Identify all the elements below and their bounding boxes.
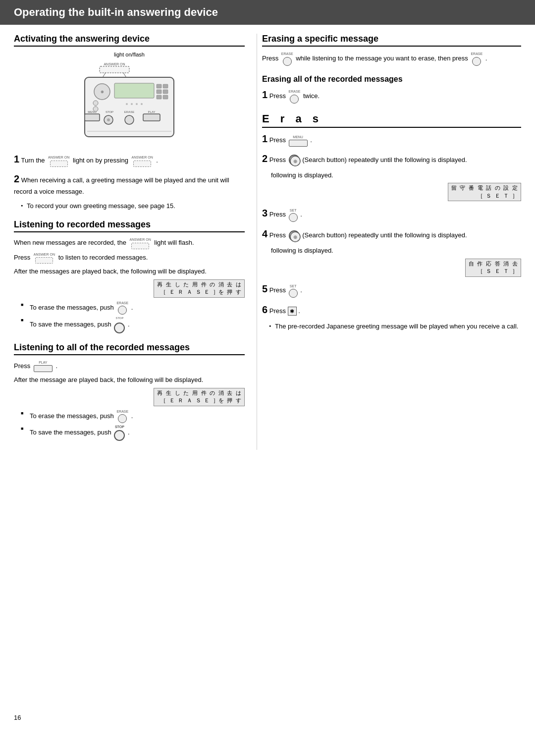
svg-rect-12 <box>157 95 161 99</box>
step1-activating: 1 Turn the ANSWER ON light on by pressin… <box>14 151 245 167</box>
answer-on-button-s1 <box>50 161 68 167</box>
eras-step5: 5 Press SET . <box>262 281 521 298</box>
svg-point-26 <box>131 103 133 105</box>
eras-bullet1: The pre-recorded Japanese greeting messa… <box>269 322 521 331</box>
svg-text:ANSWER ON: ANSWER ON <box>104 62 125 66</box>
svg-point-23 <box>93 101 98 106</box>
diagram-area: light on/flash ANSWER ON ⊕ <box>14 52 245 146</box>
eras-step1: 1 Press MENU . <box>262 131 521 147</box>
erasing-specific-heading: Erasing a specific message <box>262 34 521 47</box>
section-listening-all: Listening to all of the recorded message… <box>14 342 245 441</box>
listening-all-heading: Listening to all of the recorded message… <box>14 342 245 355</box>
phone-diagram: ANSWER ON ⊕ <box>75 59 184 146</box>
play-label: PLAY <box>39 360 47 366</box>
listening-press: Press ANSWER ON to listen to recorded me… <box>14 252 245 264</box>
activating-heading: Activating the answering device <box>14 34 245 47</box>
answer-on-button-l2 <box>35 257 53 264</box>
svg-text:⊕: ⊕ <box>293 234 297 240</box>
svg-point-27 <box>136 103 138 105</box>
svg-point-20 <box>125 115 134 124</box>
eras-step2: 2 Press ⊕ (Search button) repeatedly unt… <box>262 151 521 166</box>
step2-activating: 2 When receiving a call, a greeting mess… <box>14 171 245 197</box>
eras-following2: following is displayed. <box>271 246 521 256</box>
svg-text:PLAY: PLAY <box>148 110 156 113</box>
section-activating: Activating the answering device light on… <box>14 34 245 211</box>
erasing-all-heading: Erasing all of the recorded messages <box>262 75 521 84</box>
svg-rect-9 <box>163 84 168 88</box>
svg-point-25 <box>126 103 128 105</box>
erase-btn-specific <box>283 57 292 66</box>
activating-bullets: To record your own greeting message, see… <box>14 201 245 211</box>
set-btn-step5 <box>289 289 298 298</box>
left-column: Activating the answering device light on… <box>14 34 257 450</box>
page-title: Operating the built-in answering device <box>14 6 218 18</box>
answer-on-button-s1b <box>133 161 151 167</box>
eras-bullets: The pre-recorded Japanese greeting messa… <box>262 322 521 331</box>
erase-btn-all-sq1 <box>118 414 127 423</box>
light-label: light on/flash <box>114 52 145 57</box>
step2-text: When receiving a call, a greeting messag… <box>14 176 229 195</box>
stop-btn-all-sq2 <box>114 430 125 441</box>
svg-rect-8 <box>157 84 161 88</box>
step1-turn: Turn the <box>21 157 45 164</box>
erasing-specific-text: Press ERASE while listening to the messa… <box>262 52 521 66</box>
svg-text:⊕: ⊕ <box>101 90 104 94</box>
svg-rect-1 <box>100 66 129 73</box>
listening-all-display: 再 生 し た 用 件 の 消 去 は ［ Ｅ Ｒ Ａ Ｓ Ｅ ］を 押 す <box>14 388 245 406</box>
activating-bullet1: To record your own greeting message, see… <box>21 201 245 211</box>
svg-point-24 <box>93 107 98 111</box>
listening-all-squares: To erase the messages, push ERASE . To s… <box>14 409 245 441</box>
search-nav-icon: ⊕ <box>290 156 301 166</box>
nav-btn-step4: ⊕ <box>289 230 300 241</box>
listening-sq1: To erase the messages, push ERASE . <box>21 301 245 315</box>
eras-step4: 4 Press ⊕ (Search button) repeatedly unt… <box>262 226 521 242</box>
svg-rect-7 <box>114 83 154 98</box>
svg-rect-15 <box>85 114 100 121</box>
listening-intro: When new messages are recorded, the ANSW… <box>14 237 245 249</box>
eras-following1: following is displayed. <box>271 170 521 180</box>
answer-on-label-l2: ANSWER ON <box>34 252 55 258</box>
answer-on-label-s1b: ANSWER ON <box>132 155 153 160</box>
svg-rect-11 <box>163 90 168 94</box>
eras-step6: 6 Press ✱ . <box>262 302 521 318</box>
section-erasing-specific: Erasing a specific message Press ERASE w… <box>262 34 521 66</box>
answer-on-label-l: ANSWER ON <box>130 237 151 243</box>
listening-all-after: After the message are played back, the f… <box>14 375 245 385</box>
listening-all-press: Press PLAY . <box>14 360 245 373</box>
listening-squares: To erase the messages, push ERASE . To s… <box>14 301 245 333</box>
eras-display1: 留 守 番 電 話 の 設 定 ［ Ｓ Ｅ Ｔ ］ <box>262 183 521 201</box>
svg-rect-10 <box>157 90 161 94</box>
eras-title: E r a s <box>262 112 521 128</box>
star-btn-step6: ✱ <box>288 307 297 316</box>
set-btn-step3 <box>289 213 298 222</box>
svg-text:⊕: ⊕ <box>293 159 297 164</box>
listening-all-sq1: To erase the messages, push ERASE . <box>21 409 245 424</box>
erasing-all-step1: 1 Press ERASE twice. <box>262 87 521 104</box>
page-number: 16 <box>14 714 21 721</box>
stop-btn-sq2 <box>114 323 125 333</box>
page-header: Operating the built-in answering device <box>0 0 535 25</box>
right-column: Erasing a specific message Press ERASE w… <box>257 34 521 450</box>
svg-text:ERASE: ERASE <box>124 110 134 113</box>
menu-btn-eras <box>289 140 308 147</box>
erase-btn-specific2 <box>472 57 481 66</box>
nav-btn-step2: ⊕ <box>289 155 300 165</box>
step1-suffix: light on by pressing <box>73 157 128 164</box>
section-erasing-all: Erasing all of the recorded messages 1 P… <box>262 75 521 104</box>
search-nav-icon2: ⊕ <box>290 231 301 242</box>
listening-all-sq2: To save the messages, push STOP . <box>21 425 245 441</box>
erase-btn-sq1 <box>118 306 127 315</box>
answer-on-label-s1: ANSWER ON <box>48 155 69 160</box>
eras-step3: 3 Press SET . <box>262 205 521 222</box>
svg-point-28 <box>141 103 143 105</box>
play-button <box>34 365 53 372</box>
listening-sq2: To save the messages, push STOP . <box>21 316 245 333</box>
listening-display: 再 生 し た 用 件 の 消 去 は ［ Ｅ Ｒ Ａ Ｓ Ｅ ］を 押 す <box>14 279 245 298</box>
svg-rect-13 <box>163 95 168 99</box>
listening-after: After the messages are played back, the … <box>14 267 245 276</box>
svg-rect-22 <box>143 114 160 121</box>
section-listening: Listening to recorded messages When new … <box>14 219 245 333</box>
section-eras: E r a s 1 Press MENU . 2 Press <box>262 112 521 331</box>
svg-point-18 <box>107 118 110 121</box>
erase-btn-all <box>290 95 299 104</box>
